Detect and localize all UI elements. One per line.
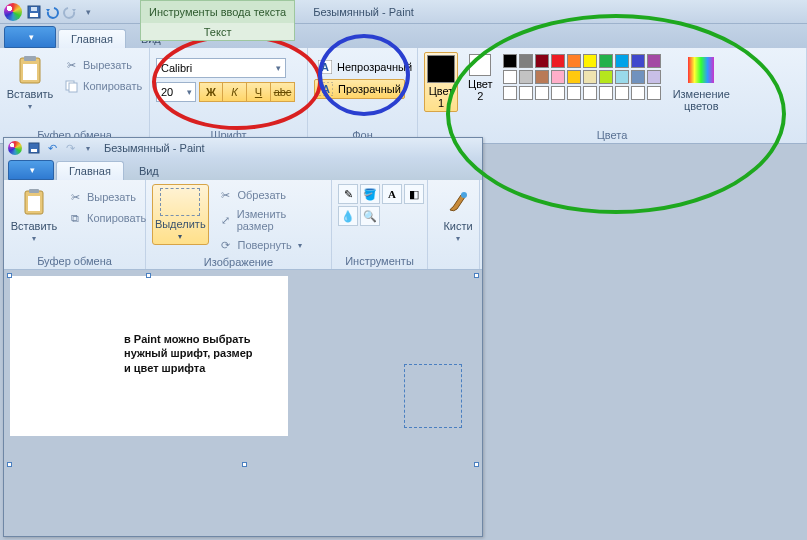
context-tab-upper: Инструменты ввода текста [149, 6, 286, 18]
tab-home[interactable]: Главная [56, 161, 124, 180]
palette-swatch[interactable] [535, 54, 549, 68]
inner-paint-window: ↶ ↷ ▾ Безымянный - Paint Главная Вид Вст… [3, 137, 483, 537]
color1-label: Цвет 1 [429, 85, 454, 109]
transparent-button[interactable]: A Прозрачный [314, 79, 405, 99]
palette-swatch[interactable] [583, 86, 597, 100]
cut-label: Вырезать [83, 59, 132, 71]
clipboard-group-label: Буфер обмена [10, 253, 139, 267]
brushes-button[interactable]: Кисти▾ [434, 184, 482, 245]
palette-swatch[interactable] [503, 86, 517, 100]
app-menu-button[interactable] [4, 26, 56, 48]
palette-swatch[interactable] [647, 54, 661, 68]
palette-swatch[interactable] [567, 54, 581, 68]
window-title: Безымянный - Paint [313, 6, 414, 18]
opaque-icon: A [317, 59, 333, 75]
pencil-tool[interactable]: ✎ [338, 184, 358, 204]
palette-swatch[interactable] [631, 70, 645, 84]
eraser-tool[interactable]: ◧ [404, 184, 424, 204]
palette-swatch[interactable] [615, 54, 629, 68]
tab-view[interactable]: Вид [126, 161, 172, 180]
resize-handle[interactable] [474, 462, 479, 467]
crop-icon: ✂ [218, 187, 234, 203]
svg-rect-4 [24, 56, 36, 61]
resize-handle[interactable] [7, 273, 12, 278]
canvas-area[interactable]: в Paint можно выбрать нужный шрифт, разм… [4, 270, 482, 536]
palette-swatch[interactable] [519, 86, 533, 100]
palette-swatch[interactable] [567, 86, 581, 100]
palette-swatch[interactable] [551, 70, 565, 84]
tab-home[interactable]: Главная [58, 29, 126, 48]
palette-swatch[interactable] [551, 86, 565, 100]
resize-handle[interactable] [242, 462, 247, 467]
select-button[interactable]: Выделить▾ [152, 184, 209, 245]
context-tab-lower[interactable]: Текст [140, 23, 295, 41]
paste-button[interactable]: Вставить▾ [10, 184, 58, 245]
qat-dropdown-icon[interactable]: ▾ [80, 140, 96, 156]
palette-swatch[interactable] [519, 70, 533, 84]
scissors-icon: ✂ [67, 189, 83, 205]
palette-swatch[interactable] [599, 86, 613, 100]
font-family-value: Calibri [161, 62, 192, 74]
rotate-button[interactable]: ⟳Повернуть▾ [215, 236, 326, 254]
redo-icon[interactable] [62, 4, 78, 20]
copy-icon [63, 78, 79, 94]
palette-swatch[interactable] [583, 54, 597, 68]
palette-swatch[interactable] [503, 54, 517, 68]
palette-swatch[interactable] [647, 86, 661, 100]
svg-rect-7 [69, 83, 77, 92]
palette-swatch[interactable] [503, 70, 517, 84]
qat-dropdown-icon[interactable]: ▾ [80, 4, 96, 20]
resize-handle[interactable] [474, 273, 479, 278]
paste-button[interactable]: Вставить ▾ [6, 52, 54, 113]
text-selection-box[interactable] [404, 364, 462, 428]
text-tool[interactable]: A [382, 184, 402, 204]
copy-button[interactable]: Копировать [60, 77, 145, 95]
resize-button[interactable]: ⤢Изменить размер [215, 207, 326, 233]
color2-button[interactable]: Цвет 2 [466, 52, 495, 104]
italic-button[interactable]: К [223, 82, 247, 102]
save-icon[interactable] [26, 4, 42, 20]
copy-button[interactable]: ⧉Копировать [64, 209, 149, 227]
palette-swatch[interactable] [519, 54, 533, 68]
palette-swatch[interactable] [615, 86, 629, 100]
palette-swatch[interactable] [583, 70, 597, 84]
strikethrough-button[interactable]: abc [271, 82, 295, 102]
redo-icon[interactable]: ↷ [62, 140, 78, 156]
font-size-select[interactable]: 20 [156, 82, 196, 102]
magnifier-tool[interactable]: 🔍 [360, 206, 380, 226]
palette-swatch[interactable] [535, 86, 549, 100]
resize-handle[interactable] [146, 273, 151, 278]
palette-swatch[interactable] [535, 70, 549, 84]
svg-text:A: A [322, 83, 330, 95]
paint-logo-icon [4, 3, 22, 21]
svg-point-18 [461, 192, 467, 198]
edit-colors-button[interactable]: Изменение цветов [669, 52, 734, 114]
palette-swatch[interactable] [551, 54, 565, 68]
undo-icon[interactable] [44, 4, 60, 20]
palette-swatch[interactable] [631, 54, 645, 68]
undo-icon[interactable]: ↶ [44, 140, 60, 156]
palette-swatch[interactable] [567, 70, 581, 84]
font-family-select[interactable]: Calibri [156, 58, 286, 78]
opaque-label: Непрозрачный [337, 61, 412, 73]
save-icon[interactable] [26, 140, 42, 156]
resize-handle[interactable] [7, 462, 12, 467]
color1-button[interactable]: Цвет 1 [424, 52, 458, 112]
cut-button[interactable]: ✂Вырезать [60, 56, 145, 74]
image-group-label: Изображение [152, 254, 325, 268]
palette-swatch[interactable] [647, 70, 661, 84]
palette-swatch[interactable] [599, 70, 613, 84]
text-tools-context-tab[interactable]: Инструменты ввода текста Текст [140, 0, 295, 24]
underline-button[interactable]: Ч [247, 82, 271, 102]
cut-button[interactable]: ✂Вырезать [64, 188, 149, 206]
palette-swatch[interactable] [615, 70, 629, 84]
fill-tool[interactable]: 🪣 [360, 184, 380, 204]
bold-button[interactable]: Ж [199, 82, 223, 102]
palette-swatch[interactable] [631, 86, 645, 100]
app-menu-button[interactable] [8, 160, 54, 180]
palette-swatch[interactable] [599, 54, 613, 68]
crop-button[interactable]: ✂Обрезать [215, 186, 326, 204]
opaque-button[interactable]: A Непрозрачный [314, 58, 415, 76]
resize-icon: ⤢ [218, 212, 233, 228]
picker-tool[interactable]: 💧 [338, 206, 358, 226]
